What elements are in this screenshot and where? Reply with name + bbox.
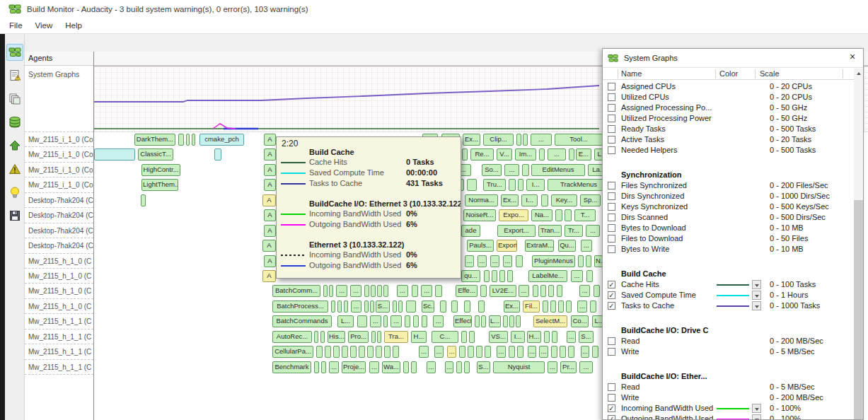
task-bar[interactable] xyxy=(484,270,490,282)
checkbox-unchecked[interactable] xyxy=(608,235,615,243)
task-bar[interactable] xyxy=(481,315,486,327)
task-bar[interactable] xyxy=(357,315,367,327)
task-bar[interactable]: LightThem... xyxy=(141,179,178,191)
checkbox-unchecked[interactable] xyxy=(608,182,615,189)
task-bar[interactable]: Qu... xyxy=(558,240,576,252)
task-bar[interactable] xyxy=(331,301,335,313)
task-bar[interactable]: Effe... xyxy=(456,285,478,297)
color-dropdown-icon[interactable] xyxy=(752,280,761,289)
graph-option-name[interactable]: Needed Helpers xyxy=(621,145,678,156)
task-bar[interactable]: V... xyxy=(497,148,512,161)
task-bar[interactable]: HighContr... xyxy=(141,164,180,176)
checkbox-unchecked[interactable] xyxy=(608,245,615,253)
task-bar[interactable]: BatchComm... xyxy=(272,285,320,297)
column-header-name[interactable]: Name xyxy=(621,69,642,78)
task-bar[interactable] xyxy=(464,361,470,373)
task-bar[interactable] xyxy=(540,285,546,297)
task-bar[interactable]: ... xyxy=(478,255,487,267)
task-bar[interactable]: Tran... xyxy=(538,225,562,237)
task-bar[interactable] xyxy=(462,148,468,161)
task-bar[interactable] xyxy=(405,315,410,327)
task-bar[interactable] xyxy=(509,315,514,327)
task-bar[interactable]: TrackMenus xyxy=(548,179,610,191)
graph-option-name[interactable]: Dirs Synchronized xyxy=(621,191,684,202)
task-bar[interactable]: ... xyxy=(447,346,456,358)
task-bar[interactable]: ... xyxy=(490,255,499,267)
checkbox-unchecked[interactable] xyxy=(608,348,615,356)
task-bar[interactable]: I... xyxy=(511,331,525,343)
task-bar[interactable] xyxy=(509,179,516,191)
graph-option-name[interactable]: Cache Hits xyxy=(621,279,659,290)
task-bar[interactable]: CellularPa... xyxy=(272,346,313,358)
task-bar[interactable]: ... xyxy=(397,285,408,297)
graph-option-name[interactable]: Ready Tasks xyxy=(621,124,666,134)
graph-option-name[interactable]: Read xyxy=(621,382,640,392)
task-bar[interactable]: ... xyxy=(336,285,347,297)
task-bar[interactable]: A xyxy=(264,164,276,176)
task-bar[interactable]: ... xyxy=(434,346,444,358)
task-bar[interactable]: Benchmark xyxy=(272,361,311,373)
task-bar[interactable] xyxy=(377,331,381,343)
task-bar[interactable] xyxy=(551,346,557,358)
task-bar[interactable]: ... xyxy=(571,270,583,282)
checkbox-unchecked[interactable] xyxy=(608,136,615,144)
task-bar[interactable]: So... xyxy=(482,164,502,176)
task-bar[interactable]: ... xyxy=(433,315,444,327)
task-bar[interactable]: ... xyxy=(419,346,429,358)
task-bar[interactable]: His... xyxy=(328,331,345,343)
system-graphs-titlebar[interactable]: System Graphs × xyxy=(603,49,863,67)
task-bar[interactable]: C... xyxy=(432,331,458,343)
graph-option-name[interactable]: Saved Compute Time xyxy=(621,290,696,301)
task-bar[interactable]: Expo... xyxy=(499,209,528,221)
task-bar[interactable]: ... xyxy=(497,346,506,358)
task-bar[interactable]: cmake_pch xyxy=(199,134,244,146)
task-bar[interactable]: Re... xyxy=(470,148,494,161)
graph-option-name[interactable]: Tasks to Cache xyxy=(621,301,674,311)
graph-option-name[interactable]: Bytes to Download xyxy=(621,223,686,233)
task-bar[interactable]: ... xyxy=(567,331,576,343)
task-bar[interactable]: A xyxy=(264,225,276,237)
checkbox-unchecked[interactable] xyxy=(608,115,615,122)
task-bar[interactable] xyxy=(350,346,357,358)
agent-row-label[interactable]: Desktop-7hak204 (C xyxy=(25,238,93,253)
task-bar[interactable]: BatchProcess... xyxy=(272,301,328,313)
task-bar[interactable] xyxy=(393,346,399,358)
task-bar[interactable] xyxy=(503,315,508,327)
task-bar[interactable]: ... xyxy=(351,301,361,313)
list-scrollbar[interactable] xyxy=(854,69,863,419)
task-bar[interactable] xyxy=(592,346,598,358)
task-bar[interactable] xyxy=(558,301,564,313)
task-bar[interactable] xyxy=(344,301,348,313)
task-bar[interactable] xyxy=(543,301,548,313)
agent-row-label[interactable]: Mw_2115_h_1_0 (C xyxy=(25,269,93,284)
task-bar[interactable]: A xyxy=(262,240,276,252)
task-bar[interactable]: S... xyxy=(579,331,594,343)
task-bar[interactable]: ... xyxy=(579,361,593,373)
task-bar[interactable]: ... xyxy=(548,361,557,373)
column-header-color[interactable]: Color xyxy=(719,69,738,78)
graph-option-name[interactable]: Files Synchronized xyxy=(621,180,687,191)
menu-file[interactable]: File xyxy=(3,19,29,32)
graph-option-name[interactable]: Files to Download xyxy=(621,233,683,244)
task-bar[interactable] xyxy=(94,148,135,161)
task-bar[interactable]: A xyxy=(264,255,276,267)
task-bar[interactable]: I... xyxy=(521,194,538,206)
column-header-scale[interactable]: Scale xyxy=(760,69,780,78)
agent-row-label[interactable]: Desktop-7hak204 (C xyxy=(25,208,93,223)
task-bar[interactable]: ... xyxy=(577,301,587,313)
task-bar[interactable] xyxy=(485,346,491,358)
task-bar[interactable]: ... xyxy=(445,361,453,373)
task-bar[interactable]: VS... xyxy=(489,331,508,343)
task-bar[interactable]: Proje... xyxy=(342,361,366,373)
task-bar[interactable] xyxy=(578,255,584,267)
task-bar[interactable] xyxy=(499,270,505,282)
toolbar-button-warnings[interactable] xyxy=(6,161,23,177)
task-bar[interactable] xyxy=(557,285,562,297)
task-bar[interactable] xyxy=(469,331,475,343)
agent-row-label[interactable]: Desktop-7hak204 (C xyxy=(25,193,93,208)
task-bar[interactable] xyxy=(550,301,556,313)
agent-row-label[interactable]: Mw_2115_h_1_1 (C xyxy=(25,329,93,344)
graph-option-name[interactable]: Bytes to Write xyxy=(621,244,669,255)
task-bar[interactable]: ... xyxy=(579,285,590,297)
task-bar[interactable]: ... xyxy=(503,255,512,267)
